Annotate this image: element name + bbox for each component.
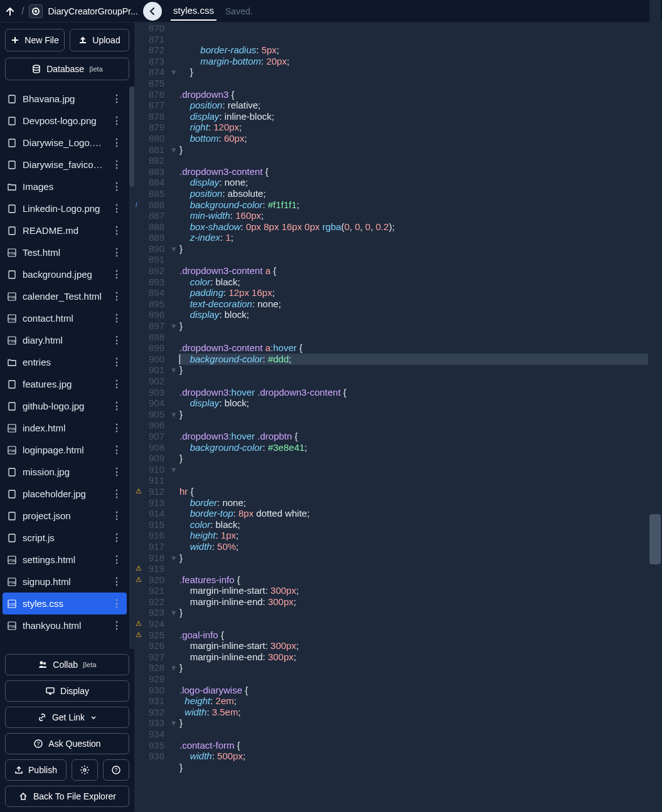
file-item-features-jpg[interactable]: features.jpg⋮ xyxy=(3,373,127,395)
file-menu-icon[interactable]: ⋮ xyxy=(110,554,123,566)
code-line[interactable]: width: 3.5em; xyxy=(179,707,662,718)
fold-marker[interactable]: ▾ xyxy=(169,607,178,618)
code-line[interactable]: bottom: 60px; xyxy=(179,133,662,144)
code-line[interactable]: width: 50%; xyxy=(179,541,662,552)
file-menu-icon[interactable]: ⋮ xyxy=(110,181,123,192)
code-line[interactable]: display: block; xyxy=(179,309,662,320)
file-item-background-jpeg[interactable]: background.jpeg⋮ xyxy=(3,263,127,285)
code-line[interactable]: z-index: 1; xyxy=(179,232,662,243)
code-line[interactable]: } xyxy=(179,144,662,156)
code-line[interactable]: height: 1px; xyxy=(179,530,662,541)
code-line[interactable]: .dropdown3:hover .dropbtn { xyxy=(179,431,662,442)
file-item-test-html[interactable]: HTMLTest.html⋮ xyxy=(3,241,127,263)
code-line[interactable]: margin-bottom: 20px; xyxy=(179,56,662,67)
code-line[interactable]: background-color: #ddd; xyxy=(179,354,662,365)
code-line[interactable]: margin-inline-start: 300px; xyxy=(179,640,662,651)
file-item-thankyou-html[interactable]: HTMLthankyou.html⋮ xyxy=(3,614,127,636)
new-file-button[interactable]: New File xyxy=(5,29,65,51)
file-item-entries[interactable]: entries⋮ xyxy=(3,351,127,373)
code-line[interactable]: .logo-diarywise { xyxy=(179,685,662,696)
file-item-images[interactable]: Images⋮ xyxy=(3,176,127,198)
file-menu-icon[interactable]: ⋮ xyxy=(110,356,123,368)
ask-question-button[interactable]: ? Ask Question xyxy=(5,733,129,754)
code-editor[interactable]: i⚠⚠⚠⚠⚠8708718728738748758768778788798808… xyxy=(134,23,662,812)
code-line[interactable]: background-color: #f1f1f1; xyxy=(179,199,662,211)
upload-button[interactable]: Upload xyxy=(70,29,129,51)
file-menu-icon[interactable]: ⋮ xyxy=(110,93,123,105)
code-line[interactable]: } xyxy=(179,66,662,78)
file-menu-icon[interactable]: ⋮ xyxy=(110,444,123,456)
code-line[interactable]: .dropdown3 { xyxy=(179,89,662,100)
display-button[interactable]: Display xyxy=(5,680,129,702)
code-line[interactable]: .dropdown3:hover .dropdown3-content { xyxy=(179,387,662,398)
code-line[interactable] xyxy=(179,563,662,574)
publish-button[interactable]: Publish xyxy=(5,759,67,781)
code-line[interactable]: margin-inline-end: 300px; xyxy=(179,651,662,663)
code-line[interactable]: .dropdown3-content a { xyxy=(179,265,662,277)
code-line[interactable]: } xyxy=(179,409,662,420)
file-menu-icon[interactable]: ⋮ xyxy=(110,510,123,522)
file-menu-icon[interactable]: ⋮ xyxy=(110,159,123,171)
file-menu-icon[interactable]: ⋮ xyxy=(110,137,123,149)
file-menu-icon[interactable]: ⋮ xyxy=(110,532,123,544)
file-item-calender-test-html[interactable]: HTMLcalender_Test.html⋮ xyxy=(3,285,127,307)
code-line[interactable]: .contact-form { xyxy=(179,740,662,751)
code-line[interactable]: } xyxy=(179,607,662,618)
fold-marker[interactable]: ▾ xyxy=(169,364,178,376)
code-line[interactable] xyxy=(179,332,662,343)
code-line[interactable]: hr { xyxy=(179,486,662,497)
file-item-signup-html[interactable]: HTMLsignup.html⋮ xyxy=(3,571,127,593)
file-item-placeholder-jpg[interactable]: placeholder.jpg⋮ xyxy=(3,483,127,505)
fold-marker[interactable]: ▾ xyxy=(169,243,178,255)
sidebar-scrollbar[interactable] xyxy=(129,87,134,649)
tab-styles-css[interactable]: styles.css xyxy=(171,1,216,21)
file-item-bhavana-jpg[interactable]: Bhavana.jpg⋮ xyxy=(3,88,127,110)
file-item-project-json[interactable]: project.json⋮ xyxy=(3,505,127,527)
code-line[interactable] xyxy=(179,729,662,740)
file-item-linkedin-logo-png[interactable]: Linkedin-Logo.png⋮ xyxy=(3,198,127,219)
file-menu-icon[interactable]: ⋮ xyxy=(110,246,123,258)
file-menu-icon[interactable]: ⋮ xyxy=(110,598,123,609)
code-line[interactable]: } xyxy=(179,364,662,376)
code-line[interactable]: position: relative; xyxy=(179,100,662,111)
file-menu-icon[interactable]: ⋮ xyxy=(110,203,123,214)
code-line[interactable]: } xyxy=(179,243,662,255)
fold-marker[interactable]: ▾ xyxy=(169,552,178,564)
code-line[interactable]: border-top: 8px dotted white; xyxy=(179,508,662,519)
code-line[interactable] xyxy=(179,78,662,89)
collab-button[interactable]: Collab βeta xyxy=(5,654,129,675)
file-item-script-js[interactable]: script.js⋮ xyxy=(3,527,127,549)
code-line[interactable]: width: 500px; xyxy=(179,751,662,762)
file-menu-icon[interactable]: ⋮ xyxy=(110,334,123,346)
file-menu-icon[interactable]: ⋮ xyxy=(110,620,123,631)
code-line[interactable]: .dropdown3-content a:hover { xyxy=(179,342,662,354)
back-button[interactable] xyxy=(143,2,162,21)
code-line[interactable]: margin-inline-end: 300px; xyxy=(179,596,662,608)
code-line[interactable] xyxy=(179,618,662,630)
code-line[interactable]: } xyxy=(179,717,662,729)
file-item-mission-jpg[interactable]: mission.jpg⋮ xyxy=(3,461,127,483)
code-line[interactable]: border-radius: 5px; xyxy=(179,45,662,56)
file-item-github-logo-jpg[interactable]: github-logo.jpg⋮ xyxy=(3,395,127,417)
file-item-loginpage-html[interactable]: HTMLloginpage.html⋮ xyxy=(3,439,127,461)
file-menu-icon[interactable]: ⋮ xyxy=(110,115,123,127)
get-link-button[interactable]: Get Link xyxy=(5,707,129,728)
code-line[interactable] xyxy=(179,673,662,685)
fold-marker[interactable]: ▾ xyxy=(169,464,178,475)
file-item-diarywise-logo-png[interactable]: Diarywise_Logo.png⋮ xyxy=(3,132,127,154)
code-line[interactable]: text-decoration: none; xyxy=(179,298,662,310)
file-menu-icon[interactable]: ⋮ xyxy=(110,378,123,390)
file-menu-icon[interactable]: ⋮ xyxy=(110,422,123,434)
code-line[interactable]: } xyxy=(179,762,662,773)
code-line[interactable]: height: 2em; xyxy=(179,695,662,707)
code-line[interactable]: display: block; xyxy=(179,398,662,409)
code-line[interactable] xyxy=(179,475,662,486)
code-line[interactable]: display: none; xyxy=(179,177,662,188)
code-line[interactable]: } xyxy=(179,320,662,332)
code-line[interactable]: position: absolute; xyxy=(179,188,662,199)
file-menu-icon[interactable]: ⋮ xyxy=(110,466,123,478)
file-menu-icon[interactable]: ⋮ xyxy=(110,576,123,588)
up-arrow-icon[interactable] xyxy=(4,5,16,18)
file-item-settings-html[interactable]: HTMLsettings.html⋮ xyxy=(3,549,127,571)
file-item-index-html[interactable]: HTMLindex.html⋮ xyxy=(3,417,127,439)
